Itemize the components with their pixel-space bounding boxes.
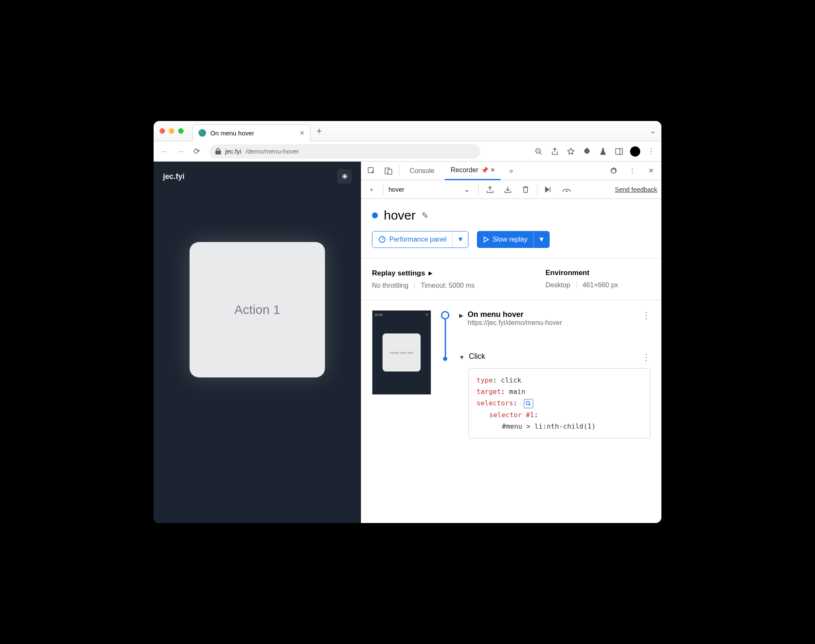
devtools-kebab-icon[interactable]: ⋮ [626, 167, 639, 175]
import-icon[interactable] [501, 186, 514, 193]
export-icon[interactable] [484, 186, 496, 193]
chevron-right-icon: ▸ [429, 269, 432, 278]
labs-icon[interactable] [598, 146, 608, 157]
theme-toggle-button[interactable]: ☀ [337, 169, 352, 184]
close-window-button[interactable] [160, 128, 165, 134]
recording-selector[interactable]: hover ⌄ [388, 186, 473, 193]
action-buttons: Performance panel ▼ Slow replay ▼ [372, 231, 650, 248]
tabs-overflow-button[interactable]: ⌄ [650, 127, 655, 135]
devtools-tab-strip: Console Recorder 📌 × » ⋮ ✕ [361, 162, 661, 180]
url-host: jec.fyi [225, 148, 241, 155]
recording-title: hover [384, 208, 416, 223]
devtools-panel: Console Recorder 📌 × » ⋮ ✕ + hover [361, 162, 661, 523]
extensions-icon[interactable] [582, 146, 592, 157]
url-path: /demo/menu-hover [245, 148, 299, 155]
code-key-selectors: selectors [476, 399, 513, 407]
step-menu-button[interactable]: ⋮ [642, 310, 650, 320]
close-tab-button[interactable]: × [300, 129, 304, 138]
maximize-window-button[interactable] [178, 128, 184, 134]
step-initial[interactable]: ▶ On menu hover https://jec.fyi/demo/men… [459, 310, 650, 327]
code-val-target: main [509, 388, 526, 396]
bookmark-star-icon[interactable] [566, 146, 576, 157]
more-tabs-icon[interactable]: » [505, 167, 518, 175]
recording-status-dot [372, 212, 378, 218]
step-over-icon[interactable] [560, 187, 573, 193]
minimize-window-button[interactable] [169, 128, 174, 134]
slow-replay-button[interactable]: Slow replay ▼ [477, 231, 550, 248]
pin-icon: 📌 [481, 167, 488, 173]
reload-button[interactable]: ⟳ [191, 146, 203, 156]
sidepanel-icon[interactable] [614, 146, 624, 157]
timeline-node-start [441, 311, 449, 319]
step-details: type: click target: main selectors: sele… [468, 368, 650, 438]
browser-window: On menu hover × + ⌄ ← → ⟳ jec.fyi/demo/m… [154, 121, 661, 523]
step-thumbnail[interactable]: jec.fyi☀ Hover over me! [372, 310, 431, 395]
timeline-node-step [443, 357, 447, 361]
step-menu-button[interactable]: ⋮ [642, 352, 650, 362]
collapse-icon: ▼ [459, 354, 465, 361]
throttling-value: No throttling [372, 282, 408, 289]
expand-icon: ▶ [459, 312, 463, 319]
code-key-type: type [476, 376, 493, 384]
device-toggle-icon[interactable] [382, 167, 395, 175]
timeout-value: Timeout: 5000 ms [421, 282, 474, 289]
thumbnail-card-text: Hover over me! [383, 333, 421, 372]
edit-title-button[interactable]: ✎ [421, 210, 429, 220]
replay-settings-label: Replay settings [372, 269, 425, 278]
tab-title: On menu hover [210, 129, 254, 137]
step-list: ▶ On menu hover https://jec.fyi/demo/men… [459, 310, 650, 438]
replay-settings-row: Replay settings ▸ No throttling Timeout:… [372, 269, 650, 289]
gauge-icon [378, 236, 386, 243]
lock-icon [215, 148, 221, 154]
settings-gear-icon[interactable] [607, 167, 620, 175]
code-key-selector1: selector #1 [489, 411, 534, 419]
environment-heading: Environment [545, 269, 661, 277]
browser-toolbar: ← → ⟳ jec.fyi/demo/menu-hover ⋮ [154, 141, 661, 162]
recorder-toolbar: + hover ⌄ Send feedback [361, 180, 661, 199]
zoom-icon[interactable] [534, 146, 544, 157]
favicon-icon [198, 129, 206, 137]
share-icon[interactable] [550, 146, 560, 157]
devtools-close-icon[interactable]: ✕ [644, 167, 657, 175]
replay-settings-heading[interactable]: Replay settings ▸ [372, 269, 520, 278]
step-click[interactable]: ▼ Click ⋮ [459, 352, 650, 362]
delete-icon[interactable] [519, 186, 532, 193]
card-text: Action 1 [234, 303, 280, 317]
performance-panel-label: Performance panel [389, 236, 446, 243]
site-name: jec.fyi [163, 172, 184, 181]
code-val-type: click [501, 376, 521, 384]
profile-avatar[interactable] [630, 146, 640, 157]
svg-line-1 [540, 153, 542, 154]
performance-panel-caret[interactable]: ▼ [452, 231, 468, 248]
close-panel-icon[interactable]: × [491, 166, 495, 174]
step-timeline [439, 310, 452, 438]
step-click-label: Click [469, 352, 485, 361]
back-button[interactable]: ← [159, 147, 171, 156]
rendered-page: jec.fyi ☀ Action 1 [154, 162, 361, 523]
slow-replay-caret[interactable]: ▼ [534, 231, 549, 248]
new-recording-button[interactable]: + [365, 186, 378, 193]
demo-card[interactable]: Action 1 [190, 242, 325, 377]
browser-tab[interactable]: On menu hover × [192, 124, 311, 141]
step-play-icon[interactable] [542, 186, 555, 193]
code-key-target: target [476, 388, 501, 396]
new-tab-button[interactable]: + [317, 126, 322, 137]
menu-kebab-icon[interactable]: ⋮ [646, 146, 656, 157]
recording-selector-label: hover [388, 186, 405, 193]
slow-replay-label: Slow replay [493, 236, 528, 243]
content-area: jec.fyi ☀ Action 1 Console Recorder 📌 × … [154, 162, 661, 523]
svg-rect-7 [388, 169, 392, 174]
tab-recorder-label: Recorder [451, 166, 479, 174]
selector-picker-icon[interactable] [524, 399, 533, 408]
forward-button[interactable]: → [175, 147, 187, 156]
steps-area: jec.fyi☀ Hover over me! ▶ On menu hover [372, 310, 650, 438]
address-bar[interactable]: jec.fyi/demo/menu-hover [209, 144, 480, 159]
code-val-selector1: #menu > li:nth-child(1) [476, 421, 642, 432]
send-feedback-link[interactable]: Send feedback [615, 186, 657, 193]
performance-panel-button[interactable]: Performance panel ▼ [372, 231, 468, 248]
tab-console[interactable]: Console [404, 162, 441, 180]
recorder-panel: hover ✎ Performance panel ▼ S [361, 199, 661, 523]
step-initial-url: https://jec.fyi/demo/menu-hover [468, 319, 638, 327]
tab-recorder[interactable]: Recorder 📌 × [445, 162, 501, 180]
inspect-element-icon[interactable] [365, 167, 378, 175]
